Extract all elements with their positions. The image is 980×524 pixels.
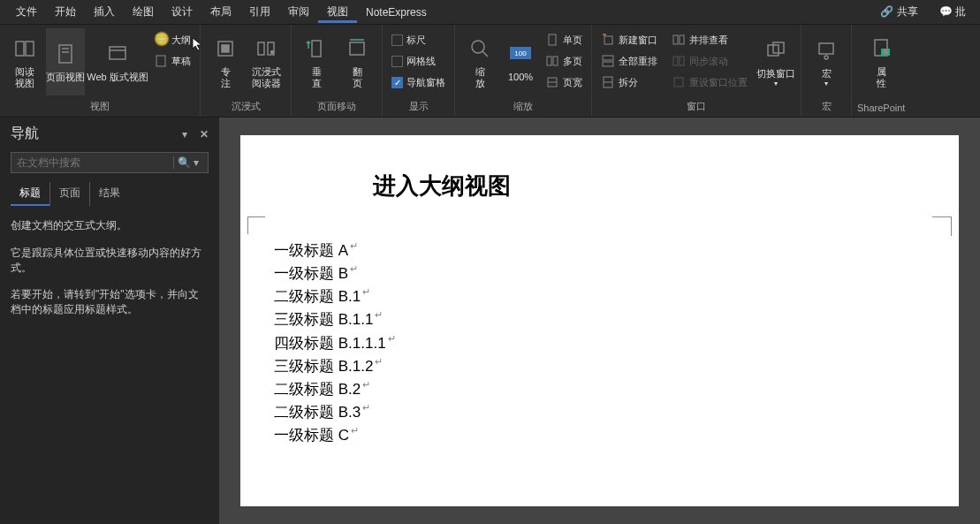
- split-button[interactable]: 拆分: [597, 72, 642, 92]
- heading-line[interactable]: 二级标题 B.1: [274, 285, 906, 308]
- ruler-checkbox[interactable]: 标尺: [388, 30, 429, 49]
- svg-text:S: S: [884, 49, 888, 55]
- outline-label: 大纲: [171, 34, 191, 47]
- heading-line[interactable]: 三级标题 B.1.2: [274, 354, 906, 377]
- new-window-icon: [601, 33, 615, 47]
- print-layout-button[interactable]: 页面视图: [46, 28, 85, 95]
- ribbon: 阅读 视图 页面视图 Web 版式视图 大纲: [0, 25, 980, 118]
- side-to-side-button[interactable]: 翻 页: [338, 28, 376, 95]
- zoom-100-button[interactable]: 100 100%: [501, 28, 540, 95]
- reset-window-icon: [672, 75, 686, 89]
- focus-button[interactable]: 专 注: [206, 28, 245, 95]
- menu-design[interactable]: 设计: [163, 1, 201, 23]
- properties-button[interactable]: S 属 性: [862, 28, 900, 95]
- macros-label: 宏: [822, 68, 832, 80]
- heading-line[interactable]: 三级标题 B.1.1: [274, 308, 906, 330]
- web-layout-button[interactable]: Web 版式视图: [87, 28, 148, 95]
- nav-dropdown-icon[interactable]: ▾: [182, 128, 187, 140]
- immersive-reader-label: 沉浸式 阅读器: [252, 66, 281, 89]
- svg-rect-36: [673, 57, 678, 65]
- share-label: 共享: [897, 5, 918, 18]
- nav-body: 创建文档的交互式大纲。 它是跟踪具体位置或快速移动内容的好方式。 若要开始，请转…: [11, 218, 209, 330]
- heading-line[interactable]: 一级标题 A: [274, 239, 906, 262]
- macros-icon: [812, 36, 840, 65]
- vertical-button[interactable]: 垂 直: [297, 28, 336, 95]
- switch-windows-label: 切换窗口: [756, 68, 795, 80]
- page-title[interactable]: 进入大纲视图: [373, 171, 906, 201]
- svg-point-42: [824, 56, 828, 59]
- menu-file[interactable]: 文件: [7, 1, 46, 23]
- one-page-button[interactable]: 单页: [542, 30, 586, 49]
- nav-pane-checkbox[interactable]: ✓ 导航窗格: [388, 72, 449, 92]
- menu-draw[interactable]: 绘图: [124, 1, 163, 23]
- vertical-icon: [302, 34, 330, 63]
- checkbox-icon: [391, 34, 403, 46]
- immersive-reader-button[interactable]: 沉浸式 阅读器: [247, 28, 285, 95]
- nav-tab-pages[interactable]: 页面: [50, 182, 90, 206]
- zoom-button[interactable]: 缩 放: [460, 28, 499, 95]
- zoom-100-label: 100%: [508, 72, 533, 83]
- print-layout-icon: [51, 40, 80, 68]
- heading-line[interactable]: 一级标题 B: [274, 262, 906, 285]
- svg-point-13: [271, 50, 274, 53]
- gridlines-checkbox[interactable]: 网格线: [388, 51, 439, 71]
- menu-layout[interactable]: 布局: [201, 1, 240, 23]
- nav-hint-3: 若要开始，请转到"开始"选项卡，并向文档中的标题应用标题样式。: [11, 287, 209, 317]
- menu-insert[interactable]: 插入: [85, 1, 124, 23]
- read-mode-icon: [11, 34, 39, 63]
- nav-close-icon[interactable]: ✕: [200, 128, 209, 140]
- new-window-button[interactable]: 新建窗口: [597, 30, 661, 49]
- menu-noteexpress[interactable]: NoteExpress: [357, 3, 436, 22]
- window-group-label: 窗口: [687, 98, 706, 115]
- split-icon: [601, 75, 615, 89]
- page-movement-group-label: 页面移动: [317, 98, 356, 115]
- draft-button[interactable]: 草稿: [150, 51, 194, 71]
- immersive-group-label: 沉浸式: [232, 98, 261, 115]
- read-mode-button[interactable]: 阅读 视图: [5, 28, 44, 95]
- menu-references[interactable]: 引用: [240, 1, 279, 23]
- macros-group-label: 宏: [822, 98, 832, 115]
- ribbon-group-page-movement: 垂 直 翻 页 页面移动: [292, 25, 383, 117]
- document-headings[interactable]: 一级标题 A 一级标题 B 二级标题 B.1 三级标题 B.1.1 四级标题 B…: [274, 239, 906, 446]
- outline-button[interactable]: 大纲: [150, 30, 194, 49]
- macros-button[interactable]: 宏 ▾: [807, 28, 846, 95]
- nav-tab-results[interactable]: 结果: [90, 182, 129, 206]
- ribbon-group-macros: 宏 ▾ 宏: [801, 25, 852, 117]
- multi-page-button[interactable]: 多页: [542, 51, 586, 71]
- share-button[interactable]: 🔗 共享: [873, 2, 924, 22]
- document-page[interactable]: 进入大纲视图 一级标题 A 一级标题 B 二级标题 B.1 三级标题 B.1.1…: [240, 135, 959, 506]
- sync-scroll-icon: [672, 54, 686, 68]
- heading-line[interactable]: 一级标题 C: [274, 423, 906, 446]
- svg-rect-35: [680, 35, 684, 44]
- switch-windows-button[interactable]: 切换窗口 ▾: [756, 28, 795, 95]
- menu-bar: 文件 开始 插入 绘图 设计 布局 引用 审阅 视图 NoteExpress 🔗…: [0, 0, 980, 25]
- document-area[interactable]: 进入大纲视图 一级标题 A 一级标题 B 二级标题 B.1 三级标题 B.1.1…: [219, 118, 980, 524]
- arrange-all-button[interactable]: 全部重排: [597, 51, 661, 71]
- nav-tabs: 标题 页面 结果: [11, 182, 209, 206]
- side-by-side-label: 并排查看: [689, 34, 728, 47]
- split-label: 拆分: [619, 76, 638, 89]
- nav-tab-headings[interactable]: 标题: [11, 182, 50, 206]
- menu-view[interactable]: 视图: [318, 1, 357, 23]
- menu-review[interactable]: 审阅: [279, 1, 318, 23]
- side-by-side-button[interactable]: 并排查看: [668, 30, 732, 49]
- comments-button[interactable]: 💬 批: [932, 2, 973, 22]
- heading-line[interactable]: 二级标题 B.2: [274, 377, 906, 400]
- multi-page-icon: [545, 54, 559, 68]
- search-input[interactable]: [17, 156, 173, 169]
- nav-search[interactable]: 🔍 ▾: [11, 152, 209, 173]
- svg-rect-16: [350, 42, 364, 55]
- chevron-down-icon: ▾: [824, 80, 828, 88]
- ribbon-group-zoom: 缩 放 100 100% 单页 多页 页宽 缩: [455, 25, 592, 117]
- heading-line[interactable]: 四级标题 B.1.1.1: [274, 331, 906, 354]
- page-width-button[interactable]: 页宽: [542, 72, 586, 92]
- checkbox-checked-icon: ✓: [391, 77, 403, 88]
- heading-line[interactable]: 二级标题 B.3: [274, 400, 906, 423]
- comments-label: 批: [955, 5, 966, 18]
- svg-rect-41: [819, 43, 833, 54]
- nav-pane-label: 导航窗格: [406, 76, 445, 89]
- search-icon[interactable]: 🔍 ▾: [173, 156, 202, 169]
- menu-home[interactable]: 开始: [46, 1, 85, 23]
- focus-label: 专 注: [221, 66, 231, 89]
- gridlines-label: 网格线: [406, 55, 436, 68]
